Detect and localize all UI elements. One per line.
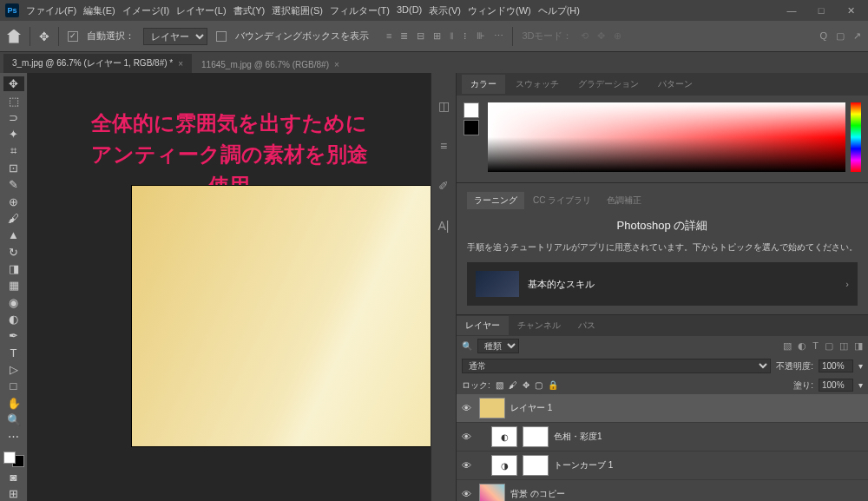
document-canvas[interactable] (132, 186, 431, 446)
tab-swatches[interactable]: スウォッチ (507, 75, 568, 94)
path-tool[interactable]: ▷ (3, 362, 24, 377)
menu-window[interactable]: ウィンドウ(W) (468, 4, 531, 17)
menu-3d[interactable]: 3D(D) (397, 4, 422, 17)
brush-settings-icon[interactable]: ✐ (438, 179, 449, 193)
tab-layers[interactable]: レイヤー (457, 316, 509, 335)
properties-icon[interactable]: ≡ (440, 139, 447, 153)
menu-image[interactable]: イメージ(I) (122, 4, 169, 17)
color-swatch[interactable] (3, 452, 24, 468)
layer-name[interactable]: レイヤー 1 (510, 402, 552, 414)
menu-help[interactable]: ヘルプ(H) (538, 4, 580, 17)
dropdown-icon[interactable]: ▾ (858, 380, 863, 390)
fill-input[interactable] (819, 379, 853, 392)
bg-color[interactable] (464, 120, 479, 135)
heal-tool[interactable]: ⊕ (3, 194, 24, 208)
layer-row[interactable]: 👁背景 のコピー (457, 480, 868, 501)
autoselect-checkbox[interactable] (68, 31, 78, 42)
tab-pattern[interactable]: パターン (649, 75, 701, 94)
share-icon[interactable]: ↗ (853, 30, 861, 42)
align-icon[interactable]: ⊟ (417, 30, 424, 42)
document-tab[interactable]: 3_m.jpg @ 66.7% (レイヤー 1, RGB/8#) * × (3, 54, 192, 73)
tab-close-icon[interactable]: × (178, 59, 183, 69)
window-close-icon[interactable]: ✕ (838, 5, 863, 16)
layer-row[interactable]: 👁◐色相・彩度1 (457, 423, 868, 452)
fg-color[interactable] (464, 102, 479, 118)
menu-file[interactable]: ファイル(F) (26, 4, 76, 17)
shape-tool[interactable]: □ (3, 379, 24, 393)
menu-layer[interactable]: レイヤー(L) (176, 4, 226, 17)
visibility-icon[interactable]: 👁 (462, 460, 474, 471)
layer-name[interactable]: トーンカーブ 1 (554, 459, 613, 471)
menu-filter[interactable]: フィルター(T) (330, 4, 390, 17)
layer-row[interactable]: 👁レイヤー 1 (457, 394, 868, 423)
gradient-tool[interactable]: ▦ (3, 278, 24, 293)
eyedropper-tool[interactable]: ✎ (3, 177, 24, 192)
color-spectrum[interactable] (488, 102, 845, 172)
tab-learning[interactable]: ラーニング (467, 192, 524, 209)
lock-all-icon[interactable]: 🔒 (548, 380, 558, 390)
blur-tool[interactable]: ◉ (3, 294, 24, 309)
visibility-icon[interactable]: 👁 (462, 403, 474, 413)
menu-type[interactable]: 書式(Y) (233, 4, 266, 17)
window-max-icon[interactable]: □ (809, 5, 833, 16)
tab-libraries[interactable]: CC ライブラリ (526, 192, 598, 209)
align-icon[interactable]: ≣ (400, 30, 408, 42)
marquee-tool[interactable]: ⬚ (3, 93, 24, 108)
autoselect-target-dropdown[interactable]: レイヤー (143, 28, 207, 45)
lock-trans-icon[interactable]: ▧ (496, 380, 503, 390)
edit-toolbar[interactable]: ⋯ (3, 429, 24, 444)
blend-mode-dropdown[interactable]: 通常 (462, 359, 771, 373)
align-icon[interactable]: ⫶ (463, 30, 468, 42)
tab-channels[interactable]: チャンネル (509, 316, 569, 335)
visibility-icon[interactable]: 👁 (462, 432, 474, 442)
tab-adjustments[interactable]: 色調補正 (600, 192, 648, 209)
document-tab[interactable]: 11645_m.jpg @ 66.7% (RGB/8#) × (193, 56, 348, 73)
hue-slider[interactable] (851, 102, 861, 172)
eraser-tool[interactable]: ◨ (3, 261, 24, 276)
tab-gradient[interactable]: グラデーション (569, 75, 648, 94)
pen-tool[interactable]: ✒ (3, 328, 24, 343)
bounding-checkbox[interactable] (216, 31, 227, 42)
quickmask-tool[interactable]: ◙ (3, 469, 24, 484)
filter-pixel-icon[interactable]: ▧ (783, 340, 792, 352)
layer-mask[interactable] (523, 455, 549, 476)
stamp-tool[interactable]: ▲ (3, 227, 24, 242)
workspace-icon[interactable]: ▢ (836, 30, 845, 42)
tab-paths[interactable]: パス (569, 316, 604, 335)
menu-view[interactable]: 表示(V) (429, 4, 461, 17)
history-icon[interactable]: ◫ (438, 99, 450, 113)
tab-color[interactable]: カラー (462, 75, 505, 94)
layer-mask[interactable] (523, 426, 549, 447)
zoom-tool[interactable]: 🔍 (3, 412, 24, 427)
history-brush-tool[interactable]: ↻ (3, 244, 24, 259)
filter-adjust-icon[interactable]: ◐ (798, 340, 806, 352)
menu-select[interactable]: 選択範囲(S) (272, 4, 323, 17)
canvas-area[interactable]: 全体的に雰囲気を出すために アンティーク調の素材を別途使用 (28, 73, 431, 501)
layer-name[interactable]: 色相・彩度1 (554, 431, 602, 443)
lock-pos-icon[interactable]: ✥ (523, 380, 529, 390)
menu-edit[interactable]: 編集(E) (83, 4, 115, 17)
lasso-tool[interactable]: ⊃ (3, 110, 24, 125)
lock-pixel-icon[interactable]: 🖌 (509, 380, 517, 390)
filter-smart-icon[interactable]: ◫ (839, 340, 848, 352)
filter-shape-icon[interactable]: ▢ (825, 340, 833, 352)
align-icon[interactable]: ⫴ (450, 30, 454, 42)
home-icon[interactable] (7, 30, 21, 43)
brush-tool[interactable]: 🖌 (3, 211, 24, 226)
crop-tool[interactable]: ⌗ (3, 143, 24, 158)
dropdown-icon[interactable]: ▾ (858, 361, 863, 371)
move-tool[interactable]: ✥ (3, 76, 24, 91)
dodge-tool[interactable]: ◐ (3, 312, 24, 326)
window-min-icon[interactable]: — (779, 5, 804, 16)
search-icon[interactable]: 🔍 (462, 341, 472, 351)
align-icon[interactable]: ⊪ (477, 30, 485, 42)
filter-type-icon[interactable]: T (812, 340, 819, 352)
align-icon[interactable]: ≡ (386, 30, 391, 42)
visibility-icon[interactable]: 👁 (462, 489, 474, 499)
lock-art-icon[interactable]: ▢ (535, 380, 542, 390)
filter-toggle-icon[interactable]: ◨ (854, 340, 863, 352)
type-tool[interactable]: T (3, 346, 24, 360)
hand-tool[interactable]: ✋ (3, 396, 24, 411)
character-icon[interactable]: A| (438, 219, 450, 233)
opacity-input[interactable] (819, 359, 853, 372)
